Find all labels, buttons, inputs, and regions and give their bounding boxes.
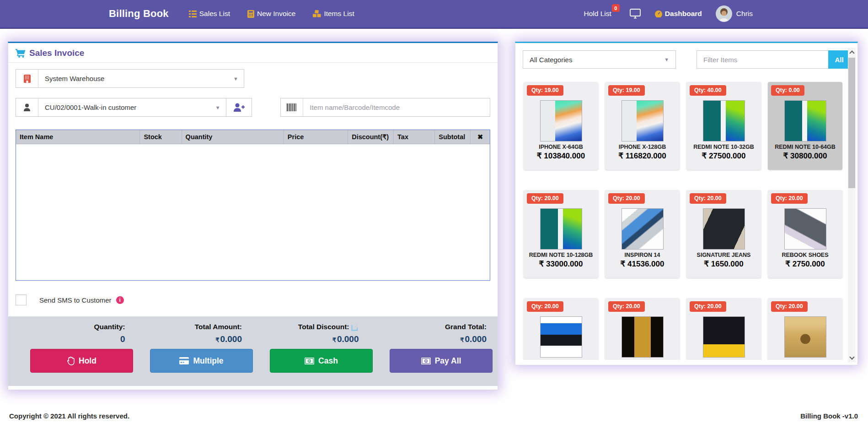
money-bill-icon: 1 bbox=[305, 358, 314, 364]
pay-all-button[interactable]: 1 Pay All bbox=[390, 349, 493, 373]
product-card[interactable]: Qty: 20.00 bbox=[686, 298, 761, 360]
barcode-icon bbox=[281, 98, 303, 116]
product-price: ₹ 27500.000 bbox=[686, 151, 761, 161]
user-plus-icon bbox=[233, 103, 245, 112]
invoice-items-table: Item NameStockQuantityPriceDiscount(₹)Ta… bbox=[16, 130, 490, 281]
scroll-up-button[interactable] bbox=[848, 48, 856, 56]
product-name: REDMI NOTE 10-64GB bbox=[768, 143, 842, 151]
product-price: ₹ 30800.000 bbox=[768, 151, 842, 161]
product-card[interactable]: Qty: 20.00REDMI NOTE 10-128GB₹ 33000.000 bbox=[524, 190, 598, 278]
product-card[interactable]: Qty: 40.00REDMI NOTE 10-32GB₹ 27500.000 bbox=[686, 82, 761, 170]
product-card[interactable]: Qty: 19.00IPHONE X-64GB₹ 103840.000 bbox=[524, 82, 598, 170]
total-amount-value: ₹0.000 bbox=[136, 334, 242, 344]
cash-button[interactable]: 1 Cash bbox=[270, 349, 373, 373]
scrollbar-thumb[interactable] bbox=[848, 58, 855, 188]
table-header-cell: Price bbox=[284, 130, 348, 144]
item-search-group bbox=[280, 98, 490, 117]
summary-quantity: Quantity: 0 bbox=[19, 323, 136, 344]
customer-select[interactable]: CU/02/0001-Walk-in customer ▼ bbox=[16, 98, 226, 117]
table-header-cell: Stock bbox=[140, 130, 182, 144]
qty-badge: Qty: 0.00 bbox=[771, 85, 804, 96]
scroll-down-button[interactable] bbox=[848, 354, 856, 362]
items-scrollbar[interactable] bbox=[848, 48, 856, 362]
sms-label: Send SMS to Customer bbox=[39, 296, 112, 304]
category-select[interactable]: All Categories ▼ bbox=[523, 50, 676, 69]
qty-badge: Qty: 20.00 bbox=[527, 301, 563, 312]
calculator-icon bbox=[247, 10, 254, 18]
app-brand[interactable]: Billing Book bbox=[109, 8, 169, 20]
nav-dashboard[interactable]: Dashboard bbox=[654, 10, 702, 18]
shoes-product-image bbox=[784, 208, 826, 250]
php-book-product-image bbox=[703, 316, 745, 358]
nav-new-invoice[interactable]: New Invoice bbox=[247, 10, 295, 18]
money-bill-icon: 1 bbox=[421, 358, 431, 364]
qty-badge: Qty: 40.00 bbox=[690, 85, 726, 96]
copyright-text: Copyright © 2021 All rights reserved. bbox=[9, 412, 129, 420]
user-name: Chris bbox=[736, 10, 753, 18]
iphone-x-product-image bbox=[622, 100, 664, 141]
product-card[interactable]: Qty: 20.00 bbox=[605, 298, 680, 360]
filter-items-input[interactable] bbox=[697, 50, 828, 69]
qty-badge: Qty: 19.00 bbox=[527, 85, 563, 96]
all-filter-button[interactable]: All bbox=[828, 50, 850, 69]
product-name: REBOOK SHOES bbox=[768, 251, 842, 259]
table-header-cell[interactable]: ✖ bbox=[471, 130, 490, 144]
product-card[interactable]: Qty: 20.00 bbox=[768, 298, 842, 360]
cart-icon bbox=[16, 49, 26, 58]
scrollbar-track[interactable] bbox=[848, 56, 856, 354]
payment-buttons: Hold Multiple bbox=[8, 344, 498, 373]
table-empty-body bbox=[16, 144, 490, 281]
chevron-down-icon bbox=[849, 354, 854, 359]
product-name: SIGNATURE JEANS bbox=[686, 251, 761, 259]
product-price: ₹ 103840.000 bbox=[524, 151, 598, 161]
laptop-product-image bbox=[540, 316, 582, 358]
qty-badge: Qty: 20.00 bbox=[608, 301, 645, 312]
nav-user-menu[interactable]: Chris bbox=[716, 5, 753, 22]
chevron-down-icon: ▼ bbox=[215, 105, 220, 110]
edit-discount-icon[interactable] bbox=[351, 323, 359, 331]
items-scroll-area: Qty: 19.00IPHONE X-64GB₹ 103840.000Qty: … bbox=[515, 70, 857, 360]
hold-button[interactable]: Hold bbox=[30, 349, 133, 373]
jeans-product-image bbox=[703, 208, 745, 250]
main-content: Sales Invoice System Warehouse ▼ bbox=[0, 29, 868, 390]
multiple-button[interactable]: Multiple bbox=[150, 349, 253, 373]
credit-card-icon bbox=[179, 357, 189, 364]
invoice-summary: Quantity: 0 Total Amount: ₹0.000 Total D… bbox=[8, 316, 498, 386]
invoice-header: Sales Invoice bbox=[8, 43, 498, 63]
qty-badge: Qty: 20.00 bbox=[690, 193, 726, 204]
page-footer: Copyright © 2021 All rights reserved. Bi… bbox=[0, 390, 868, 420]
inspiron-product-image bbox=[622, 208, 664, 250]
watch-product-image bbox=[622, 316, 664, 358]
product-card[interactable]: Qty: 20.00SIGNATURE JEANS₹ 1650.000 bbox=[686, 190, 761, 278]
avatar bbox=[716, 5, 732, 22]
product-card[interactable]: Qty: 20.00INSPIRON 14₹ 41536.000 bbox=[605, 190, 680, 278]
warehouse-select[interactable]: System Warehouse ▼ bbox=[16, 69, 244, 88]
version-text: Billing Book -v1.0 bbox=[800, 412, 858, 420]
items-panel: All Categories ▼ All Qty: 19.00IPHONE X-… bbox=[515, 42, 858, 365]
qty-badge: Qty: 19.00 bbox=[608, 85, 645, 96]
product-card[interactable]: Qty: 20.00 bbox=[524, 298, 598, 360]
sms-checkbox[interactable] bbox=[16, 294, 27, 305]
user-icon bbox=[16, 98, 38, 116]
qty-badge: Qty: 20.00 bbox=[608, 193, 645, 204]
product-name: IPHONE X-64GB bbox=[524, 143, 598, 151]
pos-display-icon[interactable] bbox=[630, 9, 641, 19]
nav-hold-list[interactable]: Hold List 0 bbox=[584, 10, 616, 18]
product-card[interactable]: Qty: 20.00REBOOK SHOES₹ 2750.000 bbox=[768, 190, 842, 278]
product-card[interactable]: Qty: 19.00IPHONE X-128GB₹ 116820.000 bbox=[605, 82, 680, 170]
summary-total-discount: Total Discount: ₹0.000 bbox=[253, 323, 370, 344]
nav-sales-list[interactable]: Sales List bbox=[189, 10, 230, 18]
qty-badge: Qty: 20.00 bbox=[690, 301, 726, 312]
info-icon[interactable]: i bbox=[116, 296, 124, 304]
hold-list-badge: 0 bbox=[612, 4, 620, 12]
total-discount-value: ₹0.000 bbox=[253, 334, 359, 344]
redmi-note-product-image bbox=[784, 100, 826, 141]
add-customer-button[interactable] bbox=[226, 98, 252, 117]
nav-links: Sales List New Invoice Items List bbox=[189, 10, 354, 18]
nav-items-list[interactable]: Items List bbox=[313, 10, 354, 18]
product-card[interactable]: Qty: 0.00REDMI NOTE 10-64GB₹ 30800.000 bbox=[768, 82, 842, 170]
tachometer-icon bbox=[654, 10, 663, 17]
item-search-input[interactable] bbox=[303, 98, 490, 116]
grand-total-value: ₹0.000 bbox=[370, 334, 487, 344]
table-header-cell: Discount(₹) bbox=[348, 130, 394, 144]
